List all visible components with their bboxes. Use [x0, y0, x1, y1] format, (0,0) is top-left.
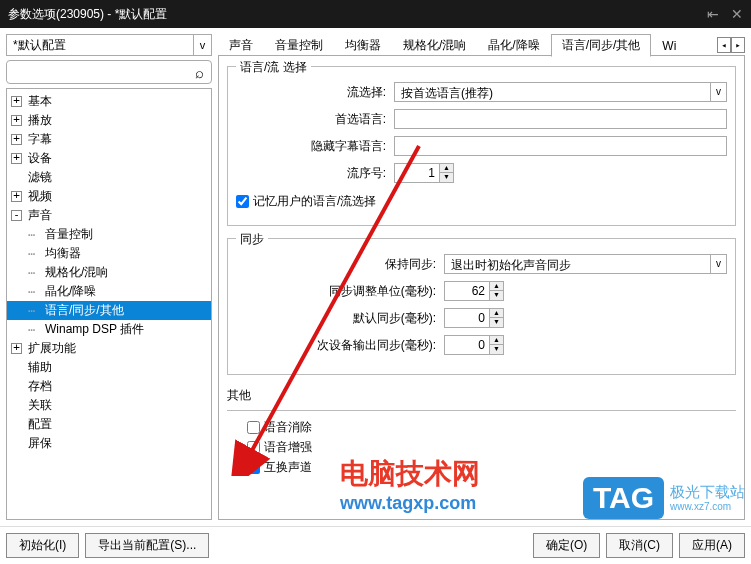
spinner-secondary-sync[interactable]: ▲▼: [444, 335, 504, 355]
tab[interactable]: 规格化/混响: [392, 34, 477, 57]
init-button[interactable]: 初始化(I): [6, 533, 79, 558]
content: *默认配置 v ⌕ +基本+播放+字幕+设备滤镜+视频-声音⋯音量控制⋯均衡器⋯…: [0, 28, 751, 526]
tree-item-label: 屏保: [28, 435, 52, 452]
nav-tree[interactable]: +基本+播放+字幕+设备滤镜+视频-声音⋯音量控制⋯均衡器⋯规格化/混响⋯晶化/…: [6, 88, 212, 520]
checkbox-voice-enhance[interactable]: [247, 441, 260, 454]
tree-item-label: 辅助: [28, 359, 52, 376]
spin-down-icon[interactable]: ▼: [490, 291, 503, 300]
titlebar: 参数选项(230905) - *默认配置 ⇤ ✕: [0, 0, 751, 28]
tree-item-label: 设备: [28, 150, 52, 167]
search-icon[interactable]: ⌕: [187, 64, 211, 81]
label-secondary-sync: 次设备输出同步(毫秒):: [236, 337, 436, 354]
input-hidden-sub[interactable]: [394, 136, 727, 156]
spinner-sync-unit[interactable]: ▲▼: [444, 281, 504, 301]
tree-item-label: 播放: [28, 112, 52, 129]
chevron-down-icon[interactable]: v: [193, 35, 211, 55]
label-keep-sync: 保持同步:: [236, 256, 436, 273]
tree-item[interactable]: 屏保: [7, 434, 211, 453]
tree-item-label: 晶化/降噪: [45, 283, 96, 300]
spin-down-icon[interactable]: ▼: [490, 345, 503, 354]
checkbox-swap-channels[interactable]: [247, 461, 260, 474]
spin-up-icon[interactable]: ▲: [440, 164, 453, 173]
label-swap-channels[interactable]: 互换声道: [264, 459, 312, 476]
tree-item[interactable]: +播放: [7, 111, 211, 130]
tree-item[interactable]: 存档: [7, 377, 211, 396]
tab[interactable]: 语言/同步/其他: [551, 34, 652, 57]
tree-item[interactable]: ⋯语言/同步/其他: [7, 301, 211, 320]
tab[interactable]: 晶化/降噪: [477, 34, 550, 57]
tree-item[interactable]: 辅助: [7, 358, 211, 377]
checkbox-remember[interactable]: [236, 195, 249, 208]
preset-combo[interactable]: *默认配置 v: [6, 34, 212, 56]
fieldset-language: 语言/流 选择 流选择: 按首选语言(推荐) v 首选语言:: [227, 66, 736, 226]
tree-item-label: 滤镜: [28, 169, 52, 186]
tree-toggle-icon[interactable]: +: [11, 191, 22, 202]
export-button[interactable]: 导出当前配置(S)...: [85, 533, 209, 558]
tree-item[interactable]: +基本: [7, 92, 211, 111]
apply-button[interactable]: 应用(A): [679, 533, 745, 558]
checkbox-voice-remove[interactable]: [247, 421, 260, 434]
search-input[interactable]: [7, 63, 187, 81]
tree-item-label: 关联: [28, 397, 52, 414]
tree-toggle-icon[interactable]: +: [11, 343, 22, 354]
spinner-default-sync[interactable]: ▲▼: [444, 308, 504, 328]
tree-item[interactable]: +设备: [7, 149, 211, 168]
label-remember[interactable]: 记忆用户的语言/流选择: [253, 193, 376, 210]
cancel-button[interactable]: 取消(C): [606, 533, 673, 558]
tree-item[interactable]: +字幕: [7, 130, 211, 149]
ok-button[interactable]: 确定(O): [533, 533, 600, 558]
close-icon[interactable]: ✕: [731, 6, 743, 22]
input-stream-no[interactable]: [395, 164, 439, 182]
select-stream[interactable]: 按首选语言(推荐) v: [394, 82, 727, 102]
tree-item-label: 规格化/混响: [45, 264, 108, 281]
tree-item[interactable]: -声音: [7, 206, 211, 225]
tree-toggle-icon[interactable]: -: [11, 210, 22, 221]
tree-item[interactable]: +扩展功能: [7, 339, 211, 358]
tab[interactable]: 均衡器: [334, 34, 392, 57]
input-default-sync[interactable]: [445, 309, 489, 327]
tree-item-label: 存档: [28, 378, 52, 395]
tree-item[interactable]: +视频: [7, 187, 211, 206]
input-pref-lang[interactable]: [394, 109, 727, 129]
tree-item[interactable]: ⋯规格化/混响: [7, 263, 211, 282]
tree-item-label: 字幕: [28, 131, 52, 148]
input-sync-unit[interactable]: [445, 282, 489, 300]
input-secondary-sync[interactable]: [445, 336, 489, 354]
label-sync-unit: 同步调整单位(毫秒):: [236, 283, 436, 300]
spin-down-icon[interactable]: ▼: [440, 173, 453, 182]
tree-item[interactable]: 配置: [7, 415, 211, 434]
tree-toggle-icon[interactable]: +: [11, 115, 22, 126]
tree-item[interactable]: 关联: [7, 396, 211, 415]
label-voice-enhance[interactable]: 语音增强: [264, 439, 312, 456]
tree-toggle-icon[interactable]: +: [11, 153, 22, 164]
tab[interactable]: 音量控制: [264, 34, 334, 57]
label-voice-remove[interactable]: 语音消除: [264, 419, 312, 436]
tree-item[interactable]: ⋯音量控制: [7, 225, 211, 244]
right-panel: 声音音量控制均衡器规格化/混响晶化/降噪语言/同步/其他Wi◂▸ 语言/流 选择…: [218, 34, 745, 520]
tree-item-label: 均衡器: [45, 245, 81, 262]
spin-down-icon[interactable]: ▼: [490, 318, 503, 327]
chevron-down-icon[interactable]: v: [710, 255, 726, 273]
spinner-stream-no[interactable]: ▲▼: [394, 163, 454, 183]
tree-item[interactable]: ⋯Winamp DSP 插件: [7, 320, 211, 339]
tab[interactable]: 声音: [218, 34, 264, 57]
tab-scroll-right-icon[interactable]: ▸: [731, 37, 745, 53]
tree-item-label: 音量控制: [45, 226, 93, 243]
tree-item-label: Winamp DSP 插件: [45, 321, 144, 338]
spin-up-icon[interactable]: ▲: [490, 282, 503, 291]
tree-item[interactable]: 滤镜: [7, 168, 211, 187]
spin-up-icon[interactable]: ▲: [490, 309, 503, 318]
pin-icon[interactable]: ⇤: [707, 6, 719, 22]
tab[interactable]: Wi: [651, 36, 687, 56]
tree-item[interactable]: ⋯晶化/降噪: [7, 282, 211, 301]
spin-up-icon[interactable]: ▲: [490, 336, 503, 345]
tree-toggle-icon[interactable]: +: [11, 134, 22, 145]
section-other-title: 其他: [227, 387, 736, 404]
section-other: 其他 语音消除 语音增强 互换声道: [227, 387, 736, 476]
search-box[interactable]: ⌕: [6, 60, 212, 84]
tab-scroll-left-icon[interactable]: ◂: [717, 37, 731, 53]
tree-item[interactable]: ⋯均衡器: [7, 244, 211, 263]
select-keep-sync[interactable]: 退出时初始化声音同步 v: [444, 254, 727, 274]
chevron-down-icon[interactable]: v: [710, 83, 726, 101]
tree-toggle-icon[interactable]: +: [11, 96, 22, 107]
